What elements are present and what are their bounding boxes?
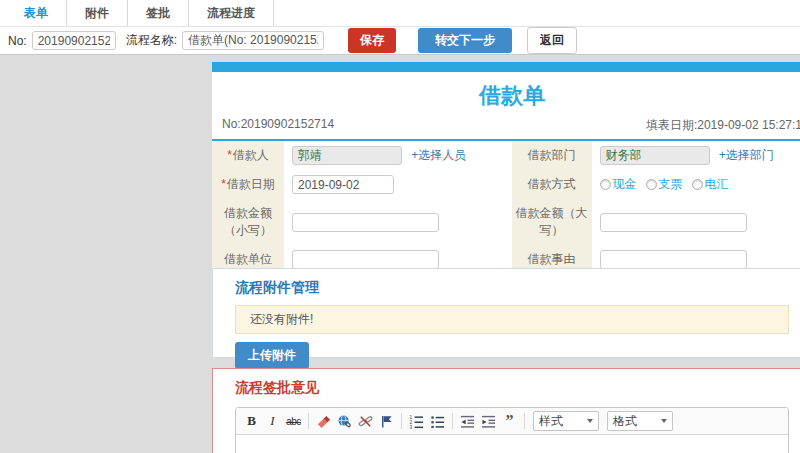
numbered-list-icon[interactable]: 123	[406, 411, 427, 431]
no-input[interactable]	[32, 31, 116, 50]
upload-attachment-button[interactable]: 上传附件	[235, 342, 309, 369]
radio-icon[interactable]	[646, 179, 657, 190]
loan-method-label: 借款方式	[512, 170, 592, 199]
amount-small-label: 借款金额（小写）	[212, 199, 284, 245]
styles-select[interactable]: 样式	[533, 411, 599, 431]
content-area: 借款单 No:20190902152714 填表日期:2019-09-02 15…	[0, 52, 800, 453]
tab-progress[interactable]: 流程进度	[189, 0, 274, 26]
chevron-down-icon	[661, 419, 667, 423]
toolbar: No: 流程名称: 保存 转交下一步 返回	[0, 27, 800, 55]
tab-form[interactable]: 表单	[6, 0, 67, 26]
flow-name-label: 流程名称:	[126, 32, 177, 49]
form-date-text: 填表日期:2019-09-02 15:27:1	[646, 117, 800, 134]
toolbar-separator	[452, 413, 453, 429]
loan-date-input[interactable]	[292, 175, 394, 194]
reason-input[interactable]	[600, 250, 747, 269]
table-row: 借款金额（小写） 借款金额（大写）	[212, 199, 800, 245]
tab-strip: 表单 附件 签批 流程进度	[0, 0, 800, 27]
approval-panel: 流程签批意见 B I abc	[212, 368, 800, 453]
outdent-icon[interactable]	[457, 411, 478, 431]
radio-icon[interactable]	[692, 179, 703, 190]
bulleted-list-icon[interactable]	[427, 411, 448, 431]
indent-icon[interactable]	[478, 411, 499, 431]
next-step-button[interactable]: 转交下一步	[418, 28, 512, 53]
flow-name-input[interactable]	[182, 31, 324, 50]
amount-small-input[interactable]	[292, 213, 439, 232]
editor-toolbar: B I abc 123	[236, 408, 788, 435]
no-attachments-message: 还没有附件!	[235, 305, 789, 334]
blockquote-icon[interactable]: ”	[499, 411, 520, 431]
editor-content[interactable]	[236, 435, 788, 453]
borrower-label: *借款人	[212, 141, 284, 170]
attachments-heading: 流程附件管理	[235, 279, 789, 297]
anchor-flag-icon[interactable]	[376, 411, 397, 431]
radio-wire-transfer[interactable]: 电汇	[692, 176, 729, 193]
form-no-text: No:20190902152714	[222, 117, 334, 134]
unlink-icon[interactable]	[355, 411, 376, 431]
back-button[interactable]: 返回	[527, 27, 577, 54]
loan-method-radio-group: 现金 支票 电汇	[600, 176, 800, 193]
required-asterisk: *	[221, 177, 226, 191]
panel-top-bar	[212, 62, 800, 72]
save-button[interactable]: 保存	[348, 28, 396, 53]
select-department-link[interactable]: +选择部门	[719, 148, 774, 162]
department-label: 借款部门	[512, 141, 592, 170]
link-icon[interactable]	[334, 411, 355, 431]
radio-cash[interactable]: 现金	[600, 176, 637, 193]
table-row: *借款日期 借款方式 现金 支票	[212, 170, 800, 199]
tab-attachments[interactable]: 附件	[67, 0, 128, 26]
bold-icon[interactable]: B	[241, 411, 262, 431]
attachments-panel: 流程附件管理 还没有附件! 上传附件	[212, 268, 800, 358]
italic-icon[interactable]: I	[262, 411, 283, 431]
strikethrough-icon[interactable]: abc	[283, 411, 304, 431]
radio-icon[interactable]	[600, 179, 611, 190]
no-label: No:	[8, 34, 27, 48]
required-asterisk: *	[227, 148, 232, 162]
select-person-link[interactable]: +选择人员	[411, 148, 466, 162]
unit-input[interactable]	[292, 250, 439, 269]
remove-format-icon[interactable]	[313, 411, 334, 431]
form-title: 借款单	[212, 72, 800, 117]
loan-form-table: *借款人 +选择人员 借款部门 +选择部门 *借款日期	[212, 141, 800, 277]
toolbar-separator	[524, 413, 525, 429]
department-input[interactable]	[600, 146, 710, 165]
loan-form-panel: 借款单 No:20190902152714 填表日期:2019-09-02 15…	[212, 62, 800, 277]
toolbar-separator	[401, 413, 402, 429]
tab-approval[interactable]: 签批	[128, 0, 189, 26]
svg-text:3: 3	[409, 425, 412, 429]
chevron-down-icon	[587, 419, 593, 423]
radio-cheque[interactable]: 支票	[646, 176, 683, 193]
rich-text-editor: B I abc 123	[235, 407, 789, 453]
approval-heading: 流程签批意见	[235, 379, 789, 397]
table-row: *借款人 +选择人员 借款部门 +选择部门	[212, 141, 800, 170]
borrower-input[interactable]	[292, 146, 402, 165]
format-select[interactable]: 格式	[607, 411, 673, 431]
amount-big-input[interactable]	[600, 213, 747, 232]
amount-big-label: 借款金额（大写）	[512, 199, 592, 245]
loan-date-label: *借款日期	[212, 170, 284, 199]
toolbar-separator	[308, 413, 309, 429]
